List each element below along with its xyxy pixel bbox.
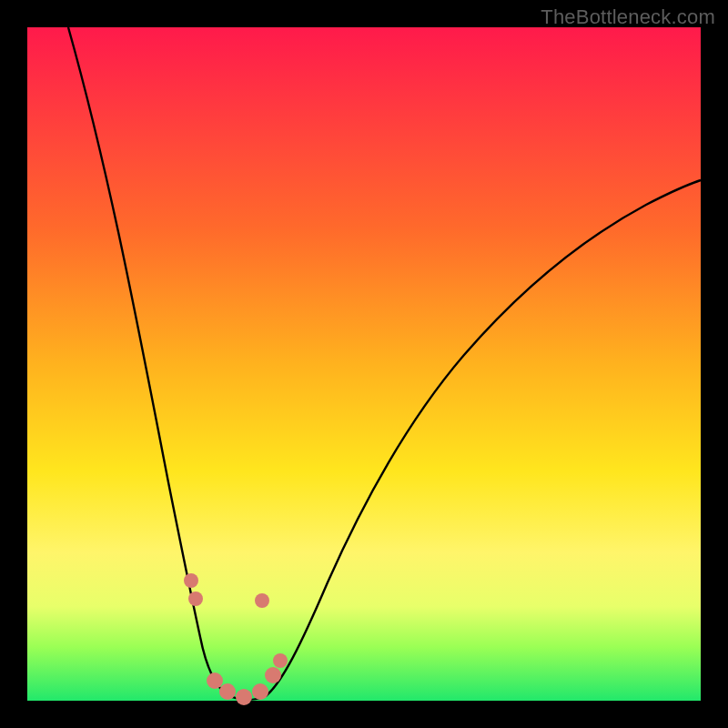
- bottleneck-curve: [27, 27, 701, 701]
- marker-dot: [236, 689, 252, 705]
- marker-dot: [207, 672, 223, 689]
- curve-right-arm: [266, 180, 701, 696]
- marker-dot: [219, 683, 236, 700]
- marker-dot: [273, 653, 288, 668]
- marker-dot: [265, 667, 281, 683]
- marker-dot: [188, 592, 203, 606]
- plot-area: [27, 27, 701, 701]
- marker-dot: [184, 573, 198, 588]
- marker-dot: [255, 593, 269, 608]
- watermark-text: TheBottleneck.com: [541, 5, 715, 29]
- marker-dot: [252, 683, 268, 700]
- curve-left-arm: [68, 27, 229, 696]
- outer-frame: TheBottleneck.com: [0, 0, 728, 728]
